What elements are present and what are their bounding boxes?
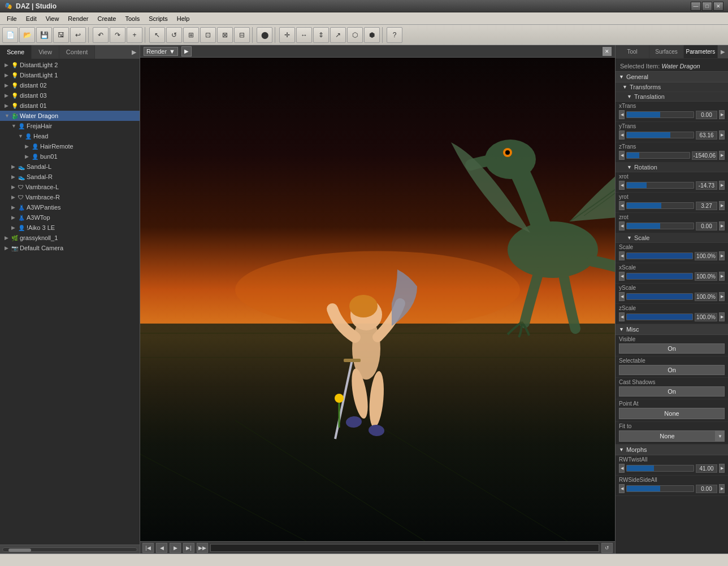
ztrans-left-btn[interactable]: ◀ bbox=[619, 151, 625, 160]
tree-item-hairremote[interactable]: ▶ 👤 HairRemote bbox=[0, 141, 140, 151]
rwsidesideall-slider[interactable] bbox=[626, 485, 694, 492]
ztrans-slider[interactable] bbox=[626, 152, 690, 159]
scale-slider[interactable] bbox=[626, 252, 693, 259]
xtrans-left-btn[interactable]: ◀ bbox=[619, 110, 625, 119]
close-button[interactable]: ✕ bbox=[713, 2, 723, 11]
yscale-right-btn[interactable]: ▶ bbox=[719, 292, 725, 301]
subsection-scale[interactable]: ▼ Scale bbox=[616, 233, 728, 243]
zrot-left-btn[interactable]: ◀ bbox=[619, 221, 625, 230]
maximize-button[interactable]: □ bbox=[702, 2, 712, 11]
tree-item-distant03[interactable]: ▶ 💡 distant 03 bbox=[0, 90, 140, 101]
zrot-slider[interactable] bbox=[626, 223, 694, 229]
section-misc[interactable]: ▼ Misc bbox=[616, 324, 728, 335]
tree-item-waterdragon[interactable]: ▼ 🐉 Water Dragon bbox=[0, 111, 140, 121]
xscale-left-btn[interactable]: ◀ bbox=[619, 272, 625, 281]
timeline-start-btn[interactable]: |◀ bbox=[142, 543, 154, 553]
viewport-canvas[interactable] bbox=[140, 58, 615, 541]
menu-scripts[interactable]: Scripts bbox=[144, 14, 172, 23]
rwtwistall-slider[interactable] bbox=[626, 465, 694, 472]
yscale-left-btn[interactable]: ◀ bbox=[619, 292, 625, 301]
toolbar-manip4[interactable]: ↗ bbox=[330, 27, 346, 43]
menu-render[interactable]: Render bbox=[63, 14, 93, 23]
fit-to-value[interactable]: None bbox=[619, 430, 716, 442]
toolbar-transform3[interactable]: ⊡ bbox=[200, 27, 216, 43]
tab-tool[interactable]: Tool bbox=[616, 45, 649, 58]
tree-item-distantlight2[interactable]: ▶ 💡 DistantLight 2 bbox=[0, 60, 140, 70]
toolbar-view1[interactable]: ⬤ bbox=[257, 27, 272, 43]
tree-item-grassyknoll[interactable]: ▶ 🌿 grassyknoll_1 bbox=[0, 233, 140, 243]
rwsidesideall-right-btn[interactable]: ▶ bbox=[719, 484, 725, 493]
tab-surfaces[interactable]: Surfaces bbox=[649, 45, 683, 58]
rwsidesideall-left-btn[interactable]: ◀ bbox=[619, 484, 625, 493]
toolbar-manip2[interactable]: ↔ bbox=[296, 27, 312, 43]
toolbar-save2[interactable]: 🖫 bbox=[53, 27, 69, 43]
timeline-end-btn[interactable]: ▶▶ bbox=[197, 543, 208, 553]
tab-content[interactable]: Content bbox=[59, 45, 96, 59]
viewport-play-button[interactable]: ▶ bbox=[181, 46, 192, 56]
right-panel-expand[interactable]: ▶ bbox=[718, 45, 728, 58]
ytrans-left-btn[interactable]: ◀ bbox=[619, 130, 625, 140]
toolbar-undo[interactable]: ↶ bbox=[93, 27, 109, 43]
zscale-left-btn[interactable]: ◀ bbox=[619, 312, 625, 321]
toolbar-transform4[interactable]: ⊠ bbox=[217, 27, 233, 43]
section-morphs[interactable]: ▼ Morphs bbox=[616, 445, 728, 455]
timeline-prev-btn[interactable]: ◀ bbox=[156, 543, 167, 553]
ytrans-right-btn[interactable]: ▶ bbox=[719, 130, 725, 140]
menu-tools[interactable]: Tools bbox=[120, 14, 144, 23]
menu-edit[interactable]: Edit bbox=[21, 14, 41, 23]
tab-view[interactable]: View bbox=[32, 45, 59, 59]
toolbar-transform2[interactable]: ⊞ bbox=[183, 27, 199, 43]
toolbar-save3[interactable]: ↩ bbox=[70, 27, 86, 43]
visible-value[interactable]: On bbox=[619, 343, 725, 354]
menu-create[interactable]: Create bbox=[93, 14, 120, 23]
timeline-track[interactable] bbox=[210, 544, 599, 552]
yrot-slider[interactable] bbox=[626, 202, 694, 209]
tab-parameters[interactable]: Parameters bbox=[684, 45, 718, 58]
timeline-play-btn[interactable]: ▶ bbox=[170, 543, 181, 553]
tab-scene[interactable]: Scene bbox=[0, 45, 32, 59]
tree-item-distant02[interactable]: ▶ 💡 distant 02 bbox=[0, 80, 140, 90]
tree-item-a3wpanties[interactable]: ▶ 👗 A3WPanties bbox=[0, 202, 140, 212]
toolbar-select[interactable]: ↖ bbox=[149, 27, 165, 43]
tree-item-head[interactable]: ▼ 👤 Head bbox=[0, 131, 140, 141]
tree-item-a3wtop[interactable]: ▶ 👗 A3WTop bbox=[0, 212, 140, 223]
selectable-value[interactable]: On bbox=[619, 365, 725, 375]
tree-item-distantlight1[interactable]: ▶ 💡 DistantLight 1 bbox=[0, 70, 140, 80]
subsection-rotation[interactable]: ▼ Rotation bbox=[616, 163, 728, 172]
xrot-left-btn[interactable]: ◀ bbox=[619, 181, 625, 190]
viewport-dropdown[interactable]: Render ▼ bbox=[144, 47, 178, 56]
tree-item-sandalr[interactable]: ▶ 👟 Sandal-R bbox=[0, 172, 140, 182]
yrot-right-btn[interactable]: ▶ bbox=[719, 201, 725, 210]
scale-right-btn[interactable]: ▶ bbox=[719, 251, 725, 260]
toolbar-transform5[interactable]: ⊟ bbox=[234, 27, 250, 43]
yrot-left-btn[interactable]: ◀ bbox=[619, 201, 625, 210]
toolbar-transform1[interactable]: ↺ bbox=[166, 27, 182, 43]
toolbar-help[interactable]: ? bbox=[387, 27, 402, 43]
toolbar-manip3[interactable]: ⇕ bbox=[313, 27, 329, 43]
xrot-slider[interactable] bbox=[626, 182, 694, 189]
timeline-next-btn[interactable]: ▶| bbox=[183, 543, 194, 553]
minimize-button[interactable]: — bbox=[691, 2, 701, 11]
toolbar-redo[interactable]: ↷ bbox=[110, 27, 125, 43]
fit-to-arrow[interactable]: ▼ bbox=[716, 430, 725, 442]
menu-help[interactable]: Help bbox=[172, 14, 194, 23]
cast-shadows-value[interactable]: On bbox=[619, 386, 725, 397]
zscale-right-btn[interactable]: ▶ bbox=[719, 312, 725, 321]
section-general[interactable]: ▼ General bbox=[616, 72, 728, 82]
tree-item-defaultcamera[interactable]: ▶ 📷 Default Camera bbox=[0, 243, 140, 253]
xrot-right-btn[interactable]: ▶ bbox=[719, 181, 725, 190]
ytrans-slider[interactable] bbox=[626, 132, 694, 138]
toolbar-manip6[interactable]: ⬢ bbox=[364, 27, 380, 43]
tree-item-sandall[interactable]: ▶ 👟 Sandal-L bbox=[0, 162, 140, 172]
tree-item-vambracel[interactable]: ▶ 🛡 Vambrace-L bbox=[0, 182, 140, 192]
viewport-close-button[interactable]: ✕ bbox=[603, 47, 612, 56]
toolbar-manip1[interactable]: ✛ bbox=[279, 27, 295, 43]
xtrans-slider[interactable] bbox=[626, 111, 694, 118]
toolbar-save[interactable]: 💾 bbox=[36, 27, 52, 43]
yscale-slider[interactable] bbox=[626, 293, 693, 300]
tree-item-bun01[interactable]: ▶ 👤 bun01 bbox=[0, 151, 140, 162]
panel-expand-arrow[interactable]: ▶ bbox=[128, 45, 140, 59]
xtrans-right-btn[interactable]: ▶ bbox=[719, 110, 725, 119]
subsection-translation[interactable]: ▼ Translation bbox=[616, 92, 728, 102]
timeline-loop-btn[interactable]: ↺ bbox=[601, 543, 613, 553]
